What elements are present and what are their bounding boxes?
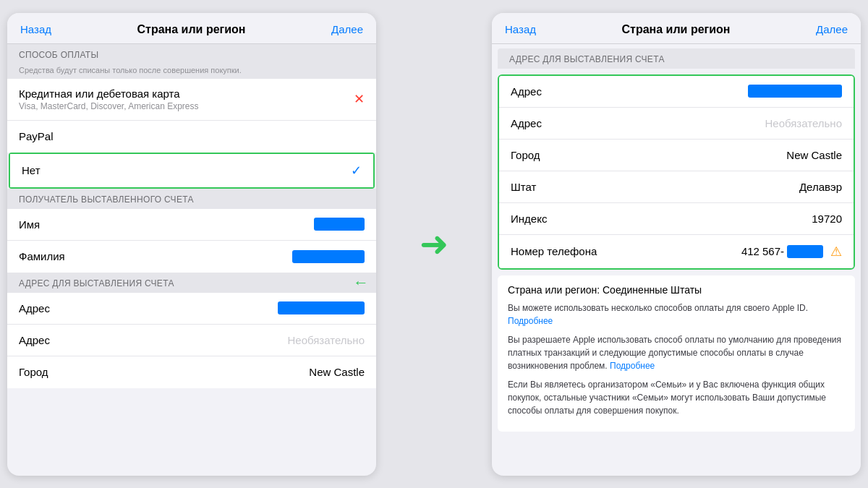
warning-icon: ⚠ [830, 244, 842, 260]
card-payment-item[interactable]: Кредитная или дебетовая карта Visa, Mast… [7, 79, 376, 121]
phone-item-right[interactable]: Номер телефона 412 567- ⚠ [499, 235, 854, 268]
no-payment-label: Нет [22, 164, 41, 176]
card-sublabel: Visa, MasterCard, Discover, American Exp… [19, 101, 199, 111]
billing-address-header: АДРЕС ДЛЯ ВЫСТАВЛЕНИЯ СЧЕТА [7, 273, 350, 293]
card-remove-icon[interactable]: ✕ [354, 91, 365, 107]
right-back-button[interactable]: Назад [505, 23, 536, 35]
address2-item-left[interactable]: Адрес Необязательно [7, 325, 376, 356]
country-info-section: Страна или регион: Соединенные Штаты Вы … [498, 275, 855, 432]
left-nav-title: Страна или регион [137, 23, 246, 36]
no-payment-item[interactable]: Нет ✓ [10, 154, 373, 187]
payment-method-header: СПОСОБ ОПЛАТЫ [7, 44, 376, 64]
phone-bar [787, 245, 823, 258]
address1-label-right: Адрес [511, 85, 542, 98]
address2-item-right[interactable]: Адрес Необязательно [499, 108, 854, 140]
city-value-right: New Castle [786, 149, 842, 161]
state-label-right: Штат [511, 181, 536, 193]
last-name-label: Фамилия [19, 250, 65, 262]
address1-item-left[interactable]: Адрес [7, 293, 376, 325]
city-value-left: New Castle [309, 366, 365, 378]
billing-address-green-box: Адрес Адрес Необязательно Город New Cast… [498, 74, 855, 270]
address2-label-right: Адрес [511, 117, 542, 129]
country-info-para2: Вы разрешаете Apple использовать способ … [508, 333, 845, 372]
billing-address-arrow-icon: ← [353, 273, 369, 292]
country-info-title: Страна или регион: Соединенные Штаты [508, 284, 845, 296]
right-billing-header: АДРЕС ДЛЯ ВЫСТАВЛЕНИЯ СЧЕТА [498, 48, 855, 69]
state-item-right[interactable]: Штат Делавэр [499, 171, 854, 203]
paypal-payment-item[interactable]: PayPal [7, 121, 376, 153]
address2-placeholder-right: Необязательно [765, 117, 842, 129]
last-name-bar [292, 250, 365, 263]
country-para1-text: Вы можете использовать несколько способо… [508, 303, 808, 313]
first-name-item[interactable]: Имя [7, 209, 376, 241]
right-scroll-area: АДРЕС ДЛЯ ВЫСТАВЛЕНИЯ СЧЕТА Адрес Адрес … [492, 44, 861, 476]
phone-prefix: 412 [741, 245, 760, 257]
left-nav-bar: Назад Страна или регион Далее [7, 13, 376, 44]
left-scroll-area: СПОСОБ ОПЛАТЫ Средства будут списаны тол… [7, 44, 376, 476]
country-info-para1: Вы можете использовать несколько способо… [508, 301, 845, 328]
country-info-para3: Если Вы являетесь организатором «Семьи» … [508, 378, 845, 417]
country-para3-text: Если Вы являетесь организатором «Семьи» … [508, 380, 826, 416]
card-label: Кредитная или дебетовая карта [19, 87, 199, 100]
right-nav-title: Страна или регион [622, 23, 731, 36]
payment-method-list: Кредитная или дебетовая карта Visa, Mast… [7, 79, 376, 153]
address1-item-right[interactable]: Адрес [499, 76, 854, 108]
city-label-left: Город [19, 366, 48, 378]
billing-address-header-row: АДРЕС ДЛЯ ВЫСТАВЛЕНИЯ СЧЕТА ← [7, 273, 376, 293]
bill-recipient-list: Имя Фамилия [7, 209, 376, 273]
left-next-button[interactable]: Далее [331, 23, 363, 35]
address1-label-left: Адрес [19, 302, 50, 314]
card-payment-label-group: Кредитная или дебетовая карта Visa, Mast… [19, 87, 199, 111]
no-payment-selected-row: Нет ✓ [9, 153, 375, 189]
zip-value-right: 19720 [812, 213, 842, 225]
city-label-right: Город [511, 149, 540, 161]
zip-item-right[interactable]: Индекс 19720 [499, 203, 854, 235]
phone-partial: 567- [762, 245, 784, 257]
city-item-left[interactable]: Город New Castle [7, 356, 376, 388]
first-name-label: Имя [19, 218, 40, 231]
city-item-right[interactable]: Город New Castle [499, 140, 854, 171]
address2-label-left: Адрес [19, 334, 50, 346]
last-name-item[interactable]: Фамилия [7, 241, 376, 273]
zip-label-right: Индекс [511, 213, 547, 225]
right-arrow-icon: ➜ [420, 227, 448, 262]
no-payment-check-icon: ✓ [351, 163, 362, 179]
payment-method-subheader: Средства будут списаны только после сове… [7, 64, 376, 79]
bill-recipient-header: ПОЛУЧАТЕЛЬ ВЫСТАВЛЕННОГО СЧЕТА [7, 189, 376, 209]
phone-value-group: 412 567- ⚠ [741, 244, 842, 260]
country-para1-link[interactable]: Подробнее [508, 316, 553, 326]
state-value-right: Делавэр [799, 181, 842, 193]
phone-label-right: Номер телефона [511, 245, 597, 257]
country-para2-link[interactable]: Подробнее [610, 361, 655, 371]
address2-placeholder-left: Необязательно [287, 334, 365, 346]
address1-bar-left [278, 301, 365, 314]
country-para2-text: Вы разрешаете Apple использовать способ … [508, 335, 841, 371]
first-name-bar [314, 218, 365, 231]
right-panel: Назад Страна или регион Далее АДРЕС ДЛЯ … [492, 13, 861, 476]
left-panel: Назад Страна или регион Далее СПОСОБ ОПЛ… [7, 13, 376, 476]
left-back-button[interactable]: Назад [20, 23, 51, 35]
right-nav-bar: Назад Страна или регион Далее [492, 13, 861, 44]
billing-address-list-left: Адрес Адрес Необязательно Город New Cast… [7, 293, 376, 388]
paypal-label: PayPal [19, 130, 54, 142]
address1-bar-right [748, 85, 842, 98]
right-next-button[interactable]: Далее [816, 23, 848, 35]
transition-arrow: ➜ [405, 227, 463, 262]
